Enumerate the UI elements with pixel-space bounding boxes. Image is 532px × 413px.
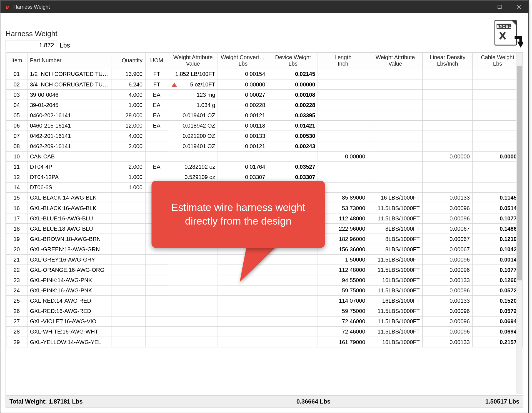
table-row[interactable]: 25GXL-RED:14-AWG-RED114.0700016LBS/1000F… xyxy=(6,296,523,306)
cell-qty xyxy=(112,337,145,347)
col-weight-attr-value[interactable]: Weight AttributeValue xyxy=(168,53,218,69)
table-row[interactable]: 27GXL-VIOLET:16-AWG-VIO72.4600011.5LBS/1… xyxy=(6,316,523,327)
window-title: Harness Weight xyxy=(13,4,50,10)
cell-cwl: 0.10779 xyxy=(473,213,523,223)
cell-len xyxy=(318,131,368,141)
table-row[interactable]: 060460-215-1614112.000EA0.018942 OZ0.001… xyxy=(6,120,523,131)
table-row[interactable]: 050460-202-1614128.000EA0.019401 OZ0.001… xyxy=(6,110,523,120)
col-weight-attr-value-2[interactable]: Weight AttributeValue xyxy=(368,53,423,69)
table-row[interactable]: 0339-00-00464.000EA123 mg0.000270.00108 xyxy=(6,89,523,100)
total-weight-input[interactable] xyxy=(6,40,57,50)
table-row[interactable]: 080462-209-161412.0000.019401 OZ0.001210… xyxy=(6,141,523,151)
cell-wav2: 16 LBS/1000FT xyxy=(368,193,423,203)
cell-uom: FT xyxy=(145,79,168,89)
col-uom[interactable]: UOM xyxy=(145,53,168,69)
cell-part: 3/4 INCH CORRUGATED TUBE xyxy=(27,79,112,89)
table-row[interactable]: 011/2 INCH CORRUGATED TUBE13.900FT1.852 … xyxy=(6,69,523,79)
minimize-button[interactable] xyxy=(470,1,490,13)
cell-item: 18 xyxy=(6,223,27,234)
cell-part: DT04-12PA xyxy=(27,172,112,182)
cell-wav: 0.019401 OZ xyxy=(168,141,218,151)
cell-uom xyxy=(145,131,168,141)
col-length[interactable]: LengthInch xyxy=(318,53,368,69)
cell-part: 0462-209-16141 xyxy=(27,141,112,151)
cell-part: 0460-215-16141 xyxy=(27,120,112,131)
export-excel-button[interactable]: EXCEL xyxy=(491,18,523,49)
table-row[interactable]: 11DT04-4P2.000EA0.282192 oz0.017640.0352… xyxy=(6,162,523,172)
cell-len: 112.48000 xyxy=(318,265,368,275)
cell-wav: 0.021200 OZ xyxy=(168,131,218,141)
cell-cwl: 0.05149 xyxy=(473,203,523,213)
cell-len: 112.48000 xyxy=(318,213,368,223)
table-row[interactable]: 023/4 INCH CORRUGATED TUBE6.240FT5 oz/10… xyxy=(6,79,523,89)
cell-dwl: 0.00243 xyxy=(268,141,318,151)
table-row[interactable]: 10CAN CAB0.000000.000000.00000 xyxy=(6,151,523,162)
cell-len: 114.07000 xyxy=(318,296,368,306)
cell-part: GXL-YELLOW:14-AWG-YEL xyxy=(27,337,112,347)
cell-cwl: 0.11452 xyxy=(473,193,523,203)
cell-item: 14 xyxy=(6,182,27,193)
cell-cwl: 0.10424 xyxy=(473,244,523,254)
col-linear-density[interactable]: Linear DensityLbs/Inch xyxy=(423,53,473,69)
table-row[interactable]: 24GXL-PINK:16-AWG-PNK59.7500011.5LBS/100… xyxy=(6,285,523,296)
cell-cwl xyxy=(473,69,523,79)
cell-ld xyxy=(423,79,473,89)
cell-ld: 0.00096 xyxy=(423,306,473,316)
col-item[interactable]: Item xyxy=(6,53,27,69)
cell-ld xyxy=(423,69,473,79)
vertical-scrollbar[interactable] xyxy=(516,53,522,394)
cell-qty: 1.000 xyxy=(112,182,145,193)
cell-ld: 0.00096 xyxy=(423,285,473,296)
cell-dwl: 0.03527 xyxy=(268,162,318,172)
cell-part: GXL-PINK:14-AWG-PNK xyxy=(27,275,112,285)
footer-total-weight: Total Weight: 1.87181 Lbs xyxy=(9,398,253,405)
maximize-button[interactable] xyxy=(490,1,509,13)
col-weight-converted[interactable]: Weight ConvertedLbs xyxy=(218,53,268,69)
table-row[interactable]: 0439-01-20451.000EA1.034 g0.002280.00228 xyxy=(6,100,523,110)
cell-ld xyxy=(423,110,473,120)
col-quantity[interactable]: Quantity xyxy=(112,53,145,69)
cell-len xyxy=(318,110,368,120)
cell-cwl: 0.12197 xyxy=(473,234,523,244)
cell-dwl: 0.00000 xyxy=(268,79,318,89)
cell-item: 02 xyxy=(6,79,27,89)
cell-qty xyxy=(112,265,145,275)
col-device-weight[interactable]: Device WeightLbs xyxy=(268,53,318,69)
cell-wav xyxy=(168,151,218,162)
cell-len xyxy=(318,162,368,172)
cell-wav2 xyxy=(368,151,423,162)
cell-qty xyxy=(112,296,145,306)
table-row[interactable]: 070462-201-161414.0000.021200 OZ0.001330… xyxy=(6,131,523,141)
cell-qty xyxy=(112,223,145,234)
cell-wcl xyxy=(218,316,268,327)
col-cable-weight[interactable]: Cable WeightLbs xyxy=(473,53,523,69)
cell-uom: EA xyxy=(145,110,168,120)
cell-len xyxy=(318,79,368,89)
cell-qty: 2.000 xyxy=(112,162,145,172)
cell-part: GXL-GREY:16-AWG-GRY xyxy=(27,254,112,265)
weight-unit-label: Lbs xyxy=(60,41,70,49)
table-row[interactable]: 29GXL-YELLOW:14-AWG-YEL161.7900016LBS/10… xyxy=(6,337,523,347)
cell-qty xyxy=(112,203,145,213)
cell-wav: 5 oz/10FT xyxy=(168,79,218,89)
cell-qty: 4.000 xyxy=(112,89,145,100)
col-part-number[interactable]: Part Number xyxy=(27,53,112,69)
cell-item: 29 xyxy=(6,337,27,347)
cell-item: 20 xyxy=(6,244,27,254)
cell-wcl: 0.00027 xyxy=(218,89,268,100)
cell-len xyxy=(318,89,368,100)
cell-qty xyxy=(112,285,145,296)
cell-wcl xyxy=(218,337,268,347)
scrollbar-thumb[interactable] xyxy=(517,66,522,280)
cell-wav2 xyxy=(368,182,423,193)
cell-part: GXL-BROWN:18-AWG-BRN xyxy=(27,234,112,244)
cell-ld xyxy=(423,182,473,193)
table-row[interactable]: 26GXL-RED:16-AWG-RED59.7500011.5LBS/1000… xyxy=(6,306,523,316)
cell-wav2: 11.5LBS/1000FT xyxy=(368,254,423,265)
cell-ld: 0.00096 xyxy=(423,254,473,265)
close-button[interactable] xyxy=(509,1,528,13)
table-row[interactable]: 28GXL-WHITE:16-AWG-WHT72.4600011.5LBS/10… xyxy=(6,327,523,337)
annotation-callout: Estimate wire harness weight directly fr… xyxy=(151,181,325,248)
cell-item: 10 xyxy=(6,151,27,162)
cell-item: 15 xyxy=(6,193,27,203)
